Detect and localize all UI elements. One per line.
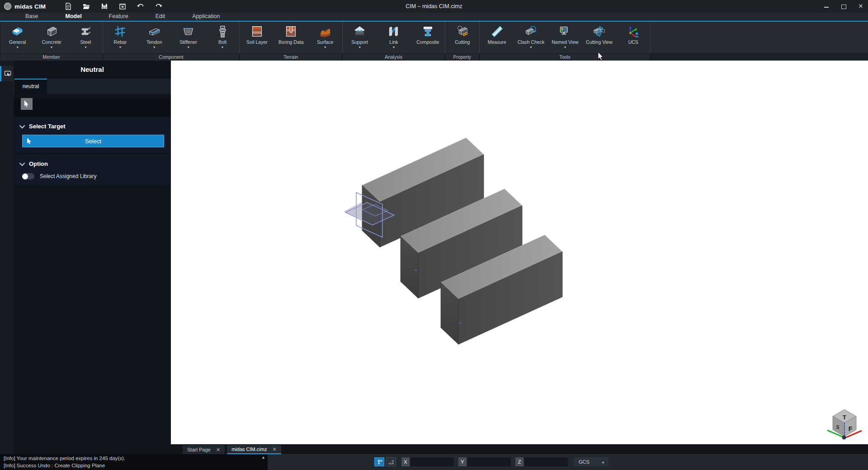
select-target-header[interactable]: Select Target [14,117,170,130]
spacer [599,45,599,49]
ribbon-group-label: Component [103,54,239,61]
dropdown-arrow-icon[interactable]: ▼ [153,45,156,49]
ribbon-group-label: Analysis [343,54,444,61]
menu-item-application[interactable]: Application [179,13,233,21]
doc-tab-start-page[interactable]: Start Page✕ [183,445,225,454]
ribbon-item-tendon[interactable]: Tendon▼ [137,22,171,53]
spacer [496,45,497,49]
ribbon-item-support[interactable]: Support▼ [343,22,377,53]
soil-layer-icon [250,25,264,38]
dropdown-arrow-icon[interactable]: ▼ [324,45,327,49]
dropdown-arrow-icon[interactable]: ▼ [50,45,53,49]
message-log[interactable]: [Info] Your maintenance period expires i… [0,454,268,470]
tendon-icon [148,25,161,38]
link-icon [387,25,400,38]
menu-item-feature[interactable]: Feature [95,13,142,21]
menu-item-base[interactable]: Base [12,13,52,21]
ribbon-item-ucs[interactable]: UCS [616,22,650,53]
save-icon[interactable] [101,3,108,10]
ribbon-item-composite[interactable]: Composite [411,22,445,53]
doc-tab-midas-cim-cimz[interactable]: midas CIM.cimz✕ [227,445,281,454]
close-tab-icon[interactable]: ✕ [216,447,220,453]
undo-icon[interactable] [137,3,144,10]
ribbon-group-label: Terrain [240,54,342,61]
minimize-button[interactable] [824,4,829,9]
view-cube[interactable]: T S F [827,409,862,440]
dropdown-arrow-icon[interactable]: ▼ [529,45,533,49]
ucs-icon [627,25,640,38]
cutting-view-icon [593,25,606,38]
dropdown-arrow-icon[interactable]: ▼ [187,45,190,49]
ribbon-item-stiffener[interactable]: Stiffener▼ [171,22,205,53]
ribbon-item-clash-check[interactable]: Clash Check▼ [514,22,548,53]
menu-item-edit[interactable]: Edit [142,13,179,21]
close-tab-icon[interactable]: ✕ [272,446,276,452]
ribbon-item-soil-layer[interactable]: Soil Layer [240,22,274,53]
ribbon-item-label: Link [389,39,398,45]
dropdown-up-arrow-icon: ▲ [601,460,605,464]
ribbon-item-label: General [9,39,26,45]
menu-item-model[interactable]: Model [52,13,95,21]
ribbon-item-cutting[interactable]: Cutting [445,22,479,53]
panel-tab-bar: neutral [14,79,171,94]
ribbon-item-boring-data[interactable]: Boring Data [274,22,308,53]
ribbon-group-terrain: Soil Layer Boring Data Surface▼Terrain [240,22,343,61]
stiffener-icon [182,25,195,38]
select-assigned-library-toggle[interactable] [22,173,34,179]
dropdown-arrow-icon[interactable]: ▼ [84,45,87,49]
support-icon [353,25,366,38]
dropdown-arrow-icon[interactable]: ▼ [358,45,361,49]
document-tab-bar: Start Page✕midas CIM.cimz✕ [171,444,868,454]
coordinate-input-x[interactable] [410,457,454,466]
snap-toggle-button[interactable] [374,457,384,466]
dropdown-arrow-icon[interactable]: ▼ [392,45,396,49]
composite-icon [421,25,434,38]
angle-icon [388,459,394,465]
ribbon-item-named-view[interactable]: Named View▼ [548,22,582,53]
ribbon-group-member: General▼Concrete▼Steel▼Member [0,22,103,61]
collapse-log-icon[interactable]: ▲ [261,455,265,460]
open-file-icon[interactable] [83,3,90,10]
close-button[interactable]: ✕ [858,4,863,9]
redo-icon[interactable] [155,3,162,10]
ribbon-group-label: Member [0,54,102,61]
snap-point-dot [459,322,461,324]
select-tool-button[interactable] [21,98,33,110]
ribbon-item-bolt[interactable]: Bolt▼ [205,22,239,53]
model-viewport[interactable]: T S F [171,61,868,444]
ribbon-item-concrete[interactable]: Concrete▼ [34,22,68,53]
ribbon-item-measure[interactable]: Measure [480,22,514,53]
ribbon-item-rebar[interactable]: Rebar▼ [103,22,137,53]
close-window-icon[interactable] [119,3,126,10]
ribbon-item-surface[interactable]: Surface▼ [308,22,342,53]
dropdown-arrow-icon[interactable]: ▼ [563,45,566,49]
ribbon-item-cutting-view[interactable]: Cutting View [582,22,616,53]
steel-icon [79,25,92,38]
tab-neutral[interactable]: neutral [14,79,47,94]
ribbon-item-label: Composite [416,39,439,45]
coordinate-input-z[interactable] [524,457,568,466]
ribbon-item-general[interactable]: General▼ [0,22,34,53]
angle-snap-button[interactable] [386,457,396,466]
boring-data-icon [284,25,297,38]
select-button[interactable]: Select [22,135,164,147]
dropdown-arrow-icon[interactable]: ▼ [16,45,19,49]
ribbon-group-label: Tools [480,54,650,61]
doc-tab-label: midas CIM.cimz [231,446,267,452]
point-snap-icon [376,459,382,465]
ribbon-item-label: Bolt [218,39,226,45]
dropdown-arrow-icon[interactable]: ▼ [118,45,122,49]
neutral-panel-rail-button[interactable] [0,66,14,81]
clash-check-icon [524,25,538,38]
dropdown-arrow-icon[interactable]: ▼ [221,45,224,49]
option-header[interactable]: Option [14,155,170,167]
coordinate-system-dropdown[interactable]: GCS ▲ [574,457,609,466]
ribbon-item-label: Tendon [146,39,162,45]
ribbon-item-steel[interactable]: Steel▼ [69,22,103,53]
maximize-button[interactable] [841,4,846,9]
ribbon-item-link[interactable]: Link▼ [377,22,410,53]
viewport-canvas[interactable]: T S F [171,61,868,444]
coordinate-input-y[interactable] [467,457,511,466]
concrete-icon [45,25,58,38]
new-document-icon[interactable] [65,3,72,10]
